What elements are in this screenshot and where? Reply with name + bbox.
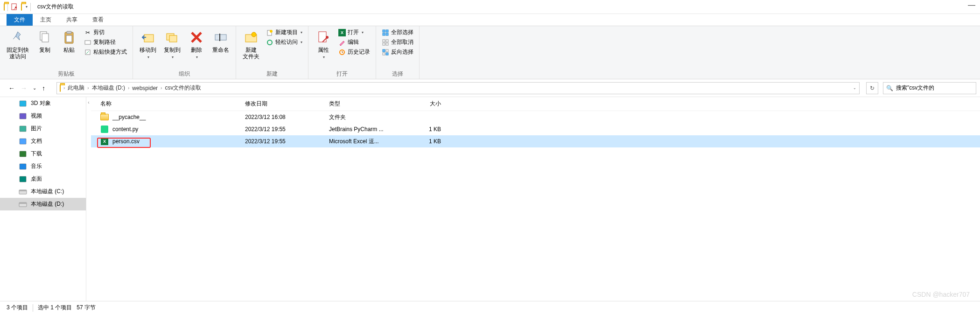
header-type[interactable]: 类型 [329,100,399,108]
file-date: 2022/3/12 16:08 [245,114,329,120]
select-none-button[interactable]: 全部取消 [382,38,413,47]
svg-rect-32 [383,53,385,55]
svg-rect-22 [383,30,385,32]
open-icon: X [338,29,346,36]
paste-shortcut-button[interactable]: 粘贴快捷方式 [84,48,127,56]
select-none-icon [382,39,389,46]
file-row[interactable]: content.py2022/3/12 19:55JetBrains PyCha… [91,123,980,135]
copy-to-icon [165,30,180,45]
folder-icon [100,113,109,121]
delete-icon [189,30,204,45]
chevron-right-icon[interactable]: › [63,85,65,91]
svg-rect-34 [20,101,26,106]
svg-rect-40 [20,176,26,182]
tab-share[interactable]: 共享 [59,14,85,26]
tab-file[interactable]: 文件 [7,14,33,26]
scissors-icon: ✂ [84,29,91,36]
crumb-webspider[interactable]: webspider [132,85,158,91]
group-label-clipboard: 剪贴板 [58,70,75,79]
sidebar-item[interactable]: 本地磁盘 (C:) [0,185,86,198]
search-input[interactable]: 🔍 搜索"csv文件的 [883,82,976,94]
select-all-button[interactable]: 全部选择 [382,28,413,37]
sidebar-item-label: 桌面 [31,175,42,183]
chevron-right-icon[interactable]: › [128,85,129,91]
svg-rect-12 [215,35,226,40]
file-name: person.csv [112,138,140,145]
edit-button[interactable]: 编辑 [338,38,370,47]
forward-button[interactable]: → [21,84,27,92]
copy-to-button[interactable]: 复制到▾ [160,27,184,59]
chevron-right-icon[interactable]: › [87,85,89,91]
breadcrumb[interactable]: › 此电脑 › 本地磁盘 (D:) › webspider › csv文件的读取… [56,82,860,94]
move-to-icon [140,30,155,45]
file-date: 2022/3/12 19:55 [245,138,329,145]
properties-qat-icon[interactable] [11,3,18,11]
new-folder-button[interactable]: 新建 文件夹 [239,27,263,60]
copy-button[interactable]: 复制 [33,27,57,53]
svg-rect-27 [386,40,388,42]
svg-rect-35 [20,113,26,119]
file-row[interactable]: Xperson.csv2022/3/12 19:55Microsoft Exce… [91,135,980,147]
svg-rect-38 [20,151,26,157]
sidebar-item[interactable]: 桌面 [0,173,86,185]
pin-to-quick-access-button[interactable]: 固定到快 速访问 [3,27,33,60]
back-button[interactable]: ← [8,84,15,92]
cut-button[interactable]: ✂剪切 [84,28,127,37]
sidebar-item[interactable]: 本地磁盘 (D:) [0,198,86,210]
file-size: 1 KB [399,138,455,145]
sidebar-item[interactable]: 音乐 [0,160,86,173]
header-date[interactable]: 修改日期 [245,100,329,108]
file-type: 文件夹 [329,113,399,121]
invert-icon [382,49,389,56]
crumb-d[interactable]: 本地磁盘 (D:) [92,84,125,92]
delete-button[interactable]: 删除▾ [184,27,209,59]
move-to-button[interactable]: 移动到▾ [136,27,160,59]
tab-view[interactable]: 查看 [85,14,111,26]
properties-button[interactable]: 属性▾ [311,27,336,59]
sidebar-item-icon [19,150,27,158]
sidebar-item[interactable]: 下载 [0,147,86,160]
nav-buttons: ← → ⌄ ↑ [4,84,50,92]
sidebar-item[interactable]: 3D 对象 [0,97,86,110]
ribbon-group-new: 新建 文件夹 新建项目▾ 轻松访问▾ 新建 [236,26,308,79]
recent-dropdown[interactable]: ⌄ [33,85,36,91]
copy-path-button[interactable]: 复制路径 [84,38,127,47]
easy-access-icon [266,39,273,46]
header-name[interactable]: 名称 [91,100,245,108]
copy-icon [37,30,52,45]
dropdown-qat-icon[interactable]: ▾ [26,5,28,9]
sidebar-item-label: 图片 [31,125,42,133]
header-size[interactable]: 大小 [399,100,455,108]
refresh-button[interactable]: ↻ [866,82,878,94]
new-item-button[interactable]: 新建项目▾ [266,28,302,37]
sidebar-item[interactable]: 文档 [0,135,86,147]
chevron-right-icon[interactable]: › [161,85,162,91]
rename-button[interactable]: 重命名 [209,27,233,53]
navigation-bar: ← → ⌄ ↑ › 此电脑 › 本地磁盘 (D:) › webspider › … [0,79,980,97]
search-placeholder: 搜索"csv文件的 [896,84,934,92]
easy-access-button[interactable]: 轻松访问▾ [266,38,302,47]
minimize-button[interactable]: — [968,1,975,9]
sidebar-item[interactable]: 视频 [0,110,86,122]
svg-rect-25 [386,33,388,35]
crumb-csv[interactable]: csv文件的读取 [165,84,201,92]
svg-rect-31 [386,49,388,52]
file-type: JetBrains PyCharm ... [329,126,399,133]
up-button[interactable]: ↑ [42,84,45,92]
paste-button[interactable]: 粘贴 [57,27,81,53]
sidebar-item[interactable]: 图片 [0,122,86,135]
svg-rect-23 [386,30,388,32]
group-label-open: 打开 [336,70,348,79]
py-icon [100,125,109,133]
tab-home[interactable]: 主页 [33,14,59,26]
history-button[interactable]: 历史记录 [338,48,370,56]
breadcrumb-dropdown[interactable]: ⌄ [853,86,856,90]
sidebar-item-icon [19,175,27,183]
sidebar-item-label: 视频 [31,112,42,120]
file-row[interactable]: __pycache__2022/3/12 16:08文件夹 [91,111,980,123]
open-button[interactable]: X打开▾ [338,28,370,37]
invert-selection-button[interactable]: 反向选择 [382,48,413,56]
crumb-pc[interactable]: 此电脑 [68,84,84,92]
folder-qat-icon[interactable] [21,4,22,10]
splitter[interactable]: ‹ [86,97,91,301]
